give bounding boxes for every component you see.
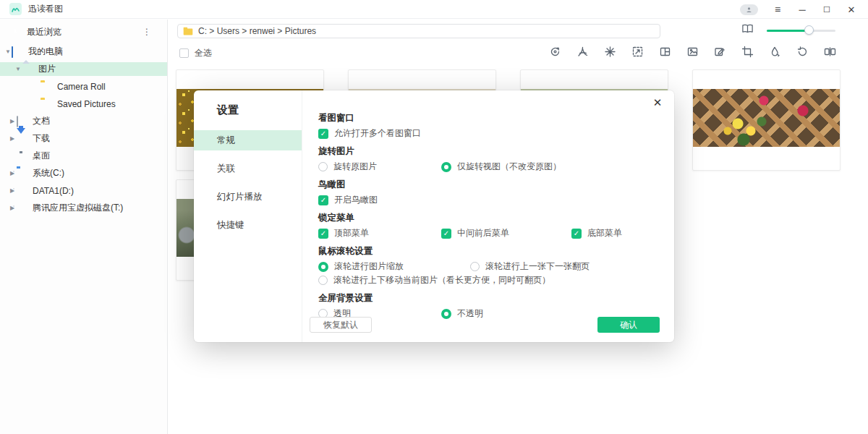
- dialog-title: 设置: [194, 103, 302, 117]
- section-title-lock-menu: 锁定菜单: [318, 212, 661, 224]
- ocr-icon[interactable]: [686, 46, 699, 58]
- sidebar-item-label: 文档: [33, 115, 50, 127]
- radio-wheel-flip[interactable]: 滚轮进行上一张下一张翻页: [470, 260, 590, 273]
- minimize-icon[interactable]: ─: [790, 0, 814, 19]
- sidebar-item-label: Saved Pictures: [57, 99, 116, 109]
- sidebar-item-label: DATA1(D:): [33, 186, 74, 196]
- select-all-checkbox[interactable]: 全选: [179, 47, 212, 59]
- thumbnail-card[interactable]: [692, 69, 841, 171]
- caret-right-icon[interactable]: ▶: [9, 170, 16, 176]
- checkbox-checked-icon: ✓: [441, 229, 451, 239]
- select-all-label: 全选: [195, 47, 212, 59]
- checkbox-unchecked-icon[interactable]: [179, 48, 189, 58]
- sidebar-item-camera-roll[interactable]: Camera Roll: [0, 80, 167, 93]
- radio-rotate-view-only[interactable]: 仅旋转视图（不改变原图）: [441, 161, 561, 173]
- pdf-icon[interactable]: [576, 46, 589, 58]
- edit-icon[interactable]: [714, 46, 726, 58]
- tab-slideshow[interactable]: 幻灯片播放: [194, 187, 302, 207]
- sidebar-item-label: 桌面: [33, 150, 50, 162]
- beautify-icon[interactable]: [769, 46, 781, 58]
- collage-icon[interactable]: [659, 46, 671, 58]
- reading-mode-icon[interactable]: [741, 24, 754, 37]
- sidebar-item-drive-t[interactable]: ▶ 腾讯应用宝虚拟磁盘(T:): [0, 201, 167, 215]
- folder-icon: [184, 29, 193, 35]
- option-label: 中间前后菜单: [457, 227, 509, 239]
- tab-shortcuts[interactable]: 快捷键: [194, 215, 302, 235]
- sidebar-item-drive-c[interactable]: ▶ 系统(C:): [0, 166, 167, 180]
- option-label: 顶部菜单: [334, 227, 369, 239]
- checkbox-allow-multiple-windows[interactable]: ✓ 允许打开多个看图窗口: [318, 127, 421, 140]
- sidebar-item-my-computer[interactable]: ▼ 我的电脑: [0, 45, 167, 59]
- sidebar-item-downloads[interactable]: ▶ 下载: [0, 132, 167, 145]
- checkbox-checked-icon: ✓: [571, 229, 582, 239]
- caret-right-icon[interactable]: ▶: [9, 135, 16, 142]
- toolbar-icons: [549, 46, 836, 58]
- breadcrumb: C: > Users > renwei > Pictures: [198, 26, 316, 36]
- kebab-menu-icon[interactable]: ⋮: [142, 27, 151, 37]
- checkbox-enable-birdseye[interactable]: ✓ 开启鸟瞰图: [318, 194, 378, 206]
- app-title: 迅读看图: [28, 3, 63, 15]
- radio-rotate-original[interactable]: 旋转原图片: [318, 161, 441, 173]
- confirm-button[interactable]: 确认: [597, 317, 660, 333]
- section-title-wheel: 鼠标滚轮设置: [318, 245, 661, 258]
- sidebar-item-saved-pictures[interactable]: Saved Pictures: [0, 97, 167, 111]
- settings-nav: 设置 常规 关联 幻灯片播放 快捷键: [194, 90, 302, 342]
- radio-unselected-icon: [470, 262, 480, 271]
- radio-selected-icon: [441, 162, 451, 172]
- sidebar-item-desktop[interactable]: 桌面: [0, 149, 167, 163]
- sidebar-item-pictures[interactable]: ▼ 图片: [0, 62, 167, 76]
- option-label: 滚轮进行上下移动当前图片（看长更方便，同时可翻页）: [333, 274, 550, 286]
- sidebar-item-recent[interactable]: 最近浏览 ⋮: [0, 25, 167, 39]
- resize-icon[interactable]: [631, 46, 644, 58]
- format-convert-icon[interactable]: [549, 46, 561, 58]
- crop-icon[interactable]: [741, 46, 754, 58]
- caret-right-icon[interactable]: ▶: [9, 118, 16, 124]
- caret-right-icon[interactable]: ▶: [9, 205, 16, 211]
- dialog-close-icon[interactable]: ✕: [651, 96, 664, 109]
- compare-icon[interactable]: [824, 46, 836, 58]
- tab-association[interactable]: 关联: [194, 158, 302, 179]
- sidebar: 最近浏览 ⋮ ▼ 我的电脑 ▼ 图片 Camera Roll Saved Pic…: [0, 20, 168, 434]
- sidebar-item-label: 我的电脑: [28, 46, 63, 58]
- sidebar-item-label: 最近浏览: [27, 26, 61, 38]
- option-label: 开启鸟瞰图: [334, 194, 378, 206]
- option-label: 底部菜单: [587, 227, 622, 239]
- section-title-fullscreen-bg: 全屏背景设置: [318, 292, 661, 305]
- sidebar-item-label: 下载: [33, 132, 50, 145]
- app-logo-icon: [9, 3, 22, 15]
- slider-fill: [767, 30, 807, 32]
- radio-selected-icon: [318, 262, 328, 272]
- option-label: 滚轮进行图片缩放: [334, 260, 404, 273]
- path-input[interactable]: C: > Users > renwei > Pictures: [177, 24, 660, 38]
- sidebar-item-documents[interactable]: ▶ 文档: [0, 114, 167, 128]
- checkbox-checked-icon: ✓: [318, 229, 328, 239]
- caret-down-icon[interactable]: ▼: [14, 66, 22, 72]
- sidebar-item-label: 腾讯应用宝虚拟磁盘(T:): [33, 202, 123, 214]
- option-label: 滚轮进行上一张下一张翻页: [485, 260, 590, 273]
- user-avatar-button[interactable]: [740, 4, 758, 15]
- section-title-birdseye: 鸟瞰图: [318, 179, 661, 191]
- sidebar-item-label: 系统(C:): [33, 167, 64, 179]
- slider-thumb[interactable]: [804, 25, 814, 35]
- computer-icon: [12, 46, 13, 58]
- checkbox-bottom-menu[interactable]: ✓ 底部菜单: [571, 227, 622, 239]
- caret-right-icon[interactable]: ▶: [9, 187, 16, 194]
- section-title-viewer-window: 看图窗口: [318, 112, 661, 124]
- restore-defaults-button[interactable]: 恢复默认: [310, 317, 372, 333]
- checkbox-top-menu[interactable]: ✓ 顶部菜单: [318, 227, 441, 239]
- zoom-slider[interactable]: [767, 23, 835, 38]
- sidebar-item-drive-d[interactable]: ▶ DATA1(D:): [0, 184, 167, 197]
- menu-icon[interactable]: ≡: [765, 0, 790, 19]
- maximize-icon[interactable]: ☐: [814, 0, 839, 19]
- radio-wheel-zoom[interactable]: 滚轮进行图片缩放: [318, 260, 470, 273]
- compress-icon[interactable]: [604, 46, 616, 58]
- rotate-icon[interactable]: [796, 46, 809, 58]
- checkbox-checked-icon: ✓: [318, 195, 328, 205]
- checkbox-middle-menu[interactable]: ✓ 中间前后菜单: [441, 227, 571, 239]
- checkbox-checked-icon: ✓: [318, 129, 328, 139]
- tab-general[interactable]: 常规: [194, 130, 302, 150]
- close-icon[interactable]: ✕: [839, 0, 864, 19]
- caret-down-icon[interactable]: ▼: [4, 48, 12, 55]
- documents-icon: [17, 116, 18, 127]
- radio-wheel-pan[interactable]: 滚轮进行上下移动当前图片（看长更方便，同时可翻页）: [318, 274, 550, 286]
